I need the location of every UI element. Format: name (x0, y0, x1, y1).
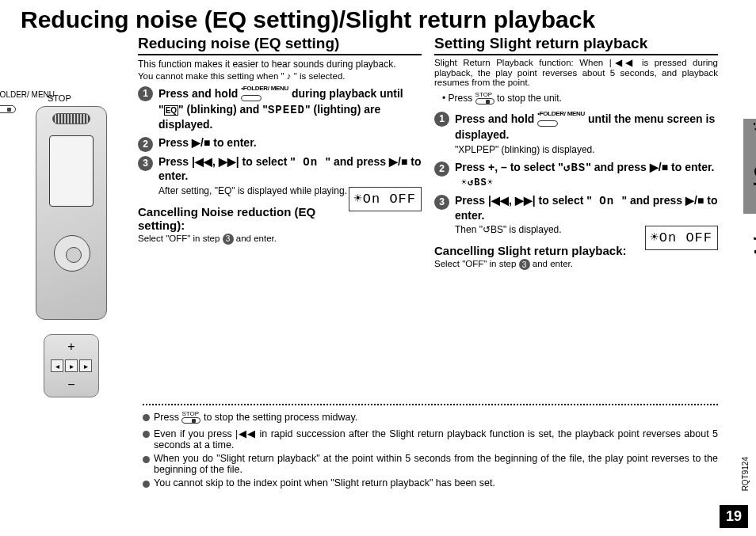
sr-step1-note: "XPLPEP" (blinking) is displayed. (455, 144, 718, 156)
slight-return-heading: Setting Slight return playback (434, 35, 718, 55)
note-3: When you do "Slight return playback" at … (143, 453, 718, 475)
prev-track-icon: ◂ (51, 359, 63, 372)
eq-lcd-display: ☀On OFF (349, 187, 422, 211)
folder-menu-button-icon (0, 105, 16, 113)
page-title: Reducing noise (EQ setting)/Slight retur… (16, 6, 721, 33)
device-illustration-column: •FOLDER/ MENU STOP + ◂ ▸ ▸ (16, 35, 127, 397)
press-stop-note: • Press STOP to stop the unit. (442, 92, 718, 106)
sr-cancel-text: Select "OFF" in step 3 and enter. (434, 259, 718, 270)
document-code: RQT9124 (741, 457, 750, 491)
section-label: Advanced Operations (751, 95, 756, 259)
eq-note: You cannot make this setting when " ♪ " … (138, 71, 422, 81)
note-4: You cannot skip to the index point when … (143, 477, 718, 488)
eq-setting-section: Reducing noise (EQ setting) This functio… (135, 35, 425, 397)
plus-minus-control-icon: + ◂ ▸ ▸ − (44, 334, 99, 397)
step-3-badge-icon: 3 (223, 234, 234, 245)
eq-step-3: 3 Press |◀◀, ▶▶| to select " On " and pr… (138, 155, 422, 197)
sr-step-1: 1 Press and hold •FOLDER/ MENU until the… (434, 111, 718, 156)
sr-step3-note: Then "↺BS" is displayed. (455, 224, 562, 235)
eq-intro: This function makes it easier to hear so… (138, 59, 422, 70)
eq-after-note: After setting, "EQ" is displayed while p… (158, 185, 347, 196)
eq-cancel-text: Select "OFF" in step 3 and enter. (138, 234, 422, 245)
footnotes: Press STOP to stop the setting process m… (143, 404, 718, 488)
stop-button-icon: STOP (475, 92, 494, 106)
plus-label: + (67, 340, 74, 354)
slight-return-intro: Slight Return Playback function: When |◀… (434, 57, 718, 87)
eq-step-2: 2 Press ▶/■ to enter. (138, 136, 422, 150)
note-1: Press STOP to stop the setting process m… (143, 411, 718, 425)
note-2: Even if you press |◀◀ in rapid successio… (143, 428, 718, 450)
play-stop-icon: ▸ (65, 359, 78, 372)
eq-heading: Reducing noise (EQ setting) (138, 35, 422, 55)
minus-label: − (67, 378, 74, 392)
folder-menu-button-icon: •FOLDER/ MENU (241, 86, 288, 103)
folder-menu-button-icon: •FOLDER/ MENU (537, 111, 585, 128)
stop-button-icon: STOP (181, 411, 200, 425)
sr-step-3: 3 Press |◀◀, ▶▶| to select " On " and pr… (434, 194, 718, 236)
stop-label: STOP (48, 93, 71, 103)
eq-icon: EQ (164, 105, 178, 116)
next-track-icon: ▸ (79, 359, 92, 372)
step-3-badge-icon: 3 (519, 259, 530, 270)
page-number: 19 (720, 505, 748, 528)
eq-step-1: 1 Press and hold •FOLDER/ MENU during pl… (138, 86, 422, 131)
recorder-device-icon (36, 106, 107, 320)
sr-lcd-display: ☀On OFF (645, 226, 718, 250)
sr-step-2: 2 Press +, – to select "↺BS" and press ▶… (434, 161, 718, 190)
slight-return-section: Setting Slight return playback Slight Re… (431, 35, 721, 397)
